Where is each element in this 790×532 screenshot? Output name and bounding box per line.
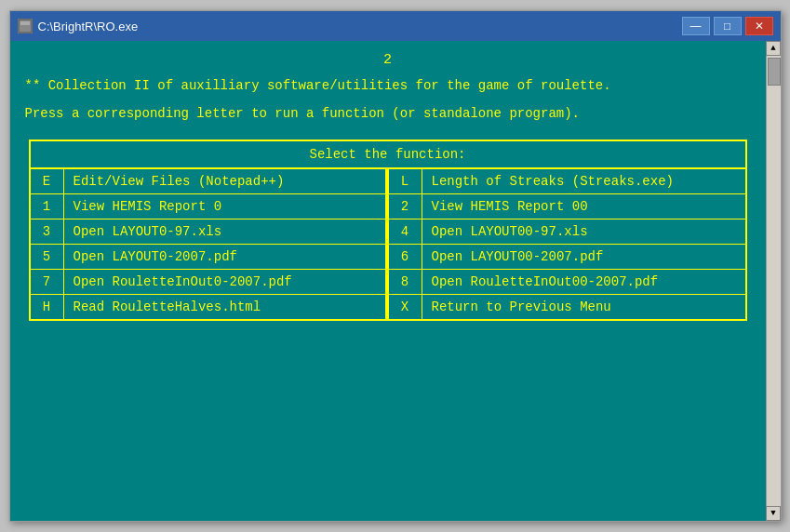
menu-label-right: Return to Previous Menu <box>422 295 745 319</box>
window-title: C:\BrightR\RO.exe <box>38 20 139 33</box>
menu-row[interactable]: 3 Open LAYOUT0-97.xls 4 Open LAYOUT00-97… <box>31 219 745 245</box>
scroll-down-button[interactable]: ▼ <box>766 506 781 521</box>
menu-label-left: Open LAYOUT0-2007.pdf <box>64 245 387 269</box>
menu-right-half: 2 View HEMIS Report 00 <box>389 194 745 219</box>
menu-row[interactable]: 7 Open RouletteInOut0-2007.pdf 8 Open Ro… <box>31 270 745 295</box>
menu-left-half: H Read RouletteHalves.html <box>31 295 389 319</box>
menu-key-left: 5 <box>31 245 64 269</box>
menu-label-left: Open RouletteInOut0-2007.pdf <box>64 270 387 294</box>
instruction: Press a corresponding letter to run a fu… <box>25 103 751 124</box>
menu-key-left: E <box>31 169 64 193</box>
menu-right-half: 4 Open LAYOUT00-97.xls <box>389 219 745 244</box>
menu-key-right: 6 <box>389 245 422 269</box>
scrollbar: ▲ ▼ <box>766 41 781 521</box>
menu-label-left: Open LAYOUT0-97.xls <box>64 219 387 244</box>
menu-key-left: 3 <box>31 219 64 244</box>
title-bar: C:\BrightR\RO.exe — □ ✕ <box>10 11 781 41</box>
window-body: 2 ** Collection II of auxilliary softwar… <box>10 41 781 521</box>
menu-label-right: Open LAYOUT00-97.xls <box>422 219 745 244</box>
menu-key-right: L <box>389 169 422 193</box>
menu-left-half: 3 Open LAYOUT0-97.xls <box>31 219 389 244</box>
menu-key-right: 2 <box>389 194 422 219</box>
menu-label-right: Open RouletteInOut00-2007.pdf <box>422 270 745 294</box>
menu-label-right: Open LAYOUT00-2007.pdf <box>422 245 745 269</box>
menu-label-left: Read RouletteHalves.html <box>64 295 387 319</box>
menu-key-right: X <box>389 295 422 319</box>
console-area: 2 ** Collection II of auxilliary softwar… <box>10 41 766 521</box>
maximize-button[interactable]: □ <box>714 17 742 35</box>
title-bar-left: C:\BrightR\RO.exe <box>18 19 139 33</box>
menu-table: Select the function: E Edit/View Files (… <box>29 140 747 321</box>
minimize-button[interactable]: — <box>682 17 710 35</box>
menu-right-half: 8 Open RouletteInOut00-2007.pdf <box>389 270 745 294</box>
menu-right-half: 6 Open LAYOUT00-2007.pdf <box>389 245 745 269</box>
scroll-thumb[interactable] <box>768 58 781 86</box>
menu-label-left: Edit/View Files (Notepad++) <box>64 169 387 193</box>
menu-label-right: View HEMIS Report 00 <box>422 194 745 219</box>
menu-key-right: 8 <box>389 270 422 294</box>
menu-rows: E Edit/View Files (Notepad++) L Length o… <box>31 169 745 319</box>
scroll-track[interactable] <box>767 56 781 506</box>
menu-header: Select the function: <box>31 141 745 169</box>
scroll-up-button[interactable]: ▲ <box>766 41 781 56</box>
menu-left-half: E Edit/View Files (Notepad++) <box>31 169 389 193</box>
window: C:\BrightR\RO.exe — □ ✕ 2 ** Collection … <box>9 10 782 522</box>
menu-left-half: 1 View HEMIS Report 0 <box>31 194 389 219</box>
menu-left-half: 7 Open RouletteInOut0-2007.pdf <box>31 270 389 294</box>
menu-label-right: Length of Streaks (Streaks.exe) <box>422 169 745 193</box>
svg-rect-1 <box>20 21 30 25</box>
menu-key-left: 7 <box>31 270 64 294</box>
menu-key-right: 4 <box>389 219 422 244</box>
close-button[interactable]: ✕ <box>745 17 773 35</box>
menu-row[interactable]: H Read RouletteHalves.html X Return to P… <box>31 295 745 319</box>
menu-label-left: View HEMIS Report 0 <box>64 194 387 219</box>
menu-left-half: 5 Open LAYOUT0-2007.pdf <box>31 245 389 269</box>
menu-row[interactable]: 1 View HEMIS Report 0 2 View HEMIS Repor… <box>31 194 745 219</box>
menu-row[interactable]: E Edit/View Files (Notepad++) L Length o… <box>31 169 745 194</box>
page-number: 2 <box>25 52 751 68</box>
window-icon <box>18 19 33 33</box>
title-controls: — □ ✕ <box>682 17 773 35</box>
menu-key-left: H <box>31 295 64 319</box>
menu-row[interactable]: 5 Open LAYOUT0-2007.pdf 6 Open LAYOUT00-… <box>31 245 745 270</box>
menu-key-left: 1 <box>31 194 64 219</box>
menu-right-half: L Length of Streaks (Streaks.exe) <box>389 169 745 193</box>
menu-right-half: X Return to Previous Menu <box>389 295 745 319</box>
description-line1: ** Collection II of auxilliary software/… <box>25 75 751 96</box>
